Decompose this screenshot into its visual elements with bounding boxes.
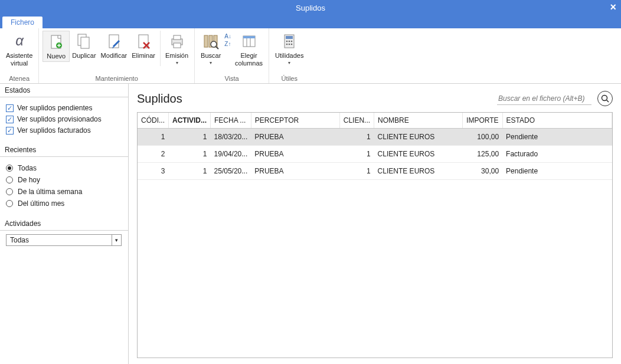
buscar-label: Buscar xyxy=(201,52,221,60)
tab-fichero[interactable]: Fichero xyxy=(2,17,43,28)
modificar-label: Modificar xyxy=(101,52,128,60)
assistant-label: Asistente virtual xyxy=(6,52,32,67)
radio-unchecked-icon xyxy=(6,200,13,207)
cell-codigo: 3 xyxy=(138,163,169,180)
svg-line-20 xyxy=(216,47,218,49)
checkbox-icon: ✓ xyxy=(6,104,14,112)
svg-rect-6 xyxy=(81,37,89,48)
table-header-row: CÓDI... ACTIVID... FECHA ... PERCEPTOR C… xyxy=(138,113,612,129)
nuevo-button[interactable]: Nuevo xyxy=(43,31,70,62)
check-facturados-label: Ver suplidos facturados xyxy=(17,126,91,135)
radio-semana[interactable]: De la última semana xyxy=(6,188,122,196)
svg-point-29 xyxy=(291,41,293,42)
emision-button[interactable]: Emisión ▾ xyxy=(163,31,191,67)
window-title: Suplidos xyxy=(296,4,325,12)
radio-semana-label: De la última semana xyxy=(18,188,82,196)
cell-fecha: 25/05/20... xyxy=(211,163,251,180)
cell-estado: Facturado xyxy=(502,146,612,163)
svg-point-28 xyxy=(289,41,290,42)
table-row[interactable]: 3 1 25/05/20... PRUEBA 1 CLIENTE EUROS 3… xyxy=(138,163,612,180)
svg-rect-15 xyxy=(174,43,181,48)
modificar-button[interactable]: Modificar xyxy=(99,31,130,61)
table-row[interactable]: 1 1 18/03/20... PRUEBA 1 CLIENTE EUROS 1… xyxy=(138,129,612,146)
col-codigo[interactable]: CÓDI... xyxy=(138,113,169,129)
svg-point-19 xyxy=(211,41,217,47)
svg-point-32 xyxy=(291,44,293,45)
radio-mes[interactable]: Del último mes xyxy=(6,199,122,208)
svg-rect-24 xyxy=(243,36,255,38)
col-actividad[interactable]: ACTIVID... xyxy=(169,113,211,129)
ribbon-group-atenea: α Asistente virtual Atenea xyxy=(0,28,39,83)
col-cliente[interactable]: CLIEN... xyxy=(339,113,374,129)
sidebar-header-actividades: Actividades xyxy=(0,217,128,231)
radio-unchecked-icon xyxy=(6,188,13,195)
duplicar-label: Duplicar xyxy=(72,52,96,60)
eliminar-button[interactable]: Eliminar xyxy=(129,31,158,61)
cell-actividad: 1 xyxy=(169,129,211,146)
content-panel: Suplidos CÓDI... ACTIVID... FECHA ... xyxy=(129,84,621,364)
main-area: Estados ✓Ver suplidos pendientes ✓Ver su… xyxy=(0,84,621,364)
table-row[interactable]: 2 1 19/04/20... PRUEBA 1 CLIENTE EUROS 1… xyxy=(138,146,612,163)
cell-actividad: 1 xyxy=(169,163,211,180)
column-search-icon xyxy=(201,32,220,51)
actividades-value: Todas xyxy=(6,235,112,245)
sort-asc-icon[interactable]: A↓ xyxy=(224,33,231,40)
radio-checked-icon xyxy=(6,165,13,172)
cell-importe: 100,00 xyxy=(463,129,502,146)
check-facturados[interactable]: ✓Ver suplidos facturados xyxy=(6,126,122,135)
col-perceptor[interactable]: PERCEPTOR xyxy=(251,113,339,129)
ribbon-group-utiles: Utilidades ▾ Útiles xyxy=(269,28,309,83)
cell-cliente: 1 xyxy=(339,129,374,146)
col-fecha[interactable]: FECHA ... xyxy=(211,113,251,129)
alpha-icon: α xyxy=(10,32,29,51)
sort-desc-icon[interactable]: Z↑ xyxy=(224,41,231,47)
radio-mes-label: Del último mes xyxy=(18,199,64,208)
col-nombre[interactable]: NOMBRE xyxy=(374,113,463,129)
emision-label: Emisión xyxy=(165,52,188,60)
col-importe[interactable]: IMPORTE xyxy=(463,113,502,129)
utilidades-button[interactable]: Utilidades ▾ xyxy=(273,31,306,67)
assistant-button[interactable]: α Asistente virtual xyxy=(4,31,35,68)
sidebar-header-recientes: Recientes xyxy=(0,143,128,157)
cell-actividad: 1 xyxy=(169,146,211,163)
search-input[interactable] xyxy=(497,93,591,105)
actividades-select[interactable]: Todas ▾ xyxy=(6,234,122,246)
check-provisionados-label: Ver suplidos provisionados xyxy=(17,115,102,123)
svg-point-30 xyxy=(286,44,288,45)
radio-todas[interactable]: Todas xyxy=(6,164,122,172)
check-provisionados[interactable]: ✓Ver suplidos provisionados xyxy=(6,115,122,123)
content-header: Suplidos xyxy=(137,91,613,106)
tab-strip: Fichero xyxy=(0,15,621,28)
title-bar: Suplidos × xyxy=(0,0,621,15)
search-area xyxy=(497,91,613,106)
cell-codigo: 2 xyxy=(138,146,169,163)
svg-point-33 xyxy=(602,96,607,101)
svg-text:α: α xyxy=(15,32,24,48)
check-pendientes[interactable]: ✓Ver suplidos pendientes xyxy=(6,104,122,112)
print-icon xyxy=(168,32,187,51)
radio-hoy[interactable]: De hoy xyxy=(6,176,122,184)
check-pendientes-label: Ver suplidos pendientes xyxy=(17,104,92,112)
chevron-down-icon[interactable]: ▾ xyxy=(112,235,121,245)
document-duplicate-icon xyxy=(74,32,93,51)
duplicar-button[interactable]: Duplicar xyxy=(70,31,98,61)
chevron-down-icon: ▾ xyxy=(176,60,178,65)
close-icon[interactable]: × xyxy=(610,1,616,14)
document-edit-icon xyxy=(104,32,123,51)
ribbon: α Asistente virtual Atenea Nuevo Duplica… xyxy=(0,28,621,84)
cell-estado: Pendiente xyxy=(502,129,612,146)
cell-fecha: 19/04/20... xyxy=(211,146,251,163)
buscar-button[interactable]: Buscar ▾ xyxy=(198,31,223,67)
col-estado[interactable]: ESTADO xyxy=(502,113,612,129)
sidebar: Estados ✓Ver suplidos pendientes ✓Ver su… xyxy=(0,84,129,364)
cell-nombre: CLIENTE EUROS xyxy=(374,129,463,146)
svg-rect-16 xyxy=(204,35,208,47)
elegir-label: Elegir columnas xyxy=(235,52,263,67)
elegir-columnas-button[interactable]: Elegir columnas xyxy=(233,31,265,68)
svg-point-31 xyxy=(289,44,290,45)
data-grid[interactable]: CÓDI... ACTIVID... FECHA ... PERCEPTOR C… xyxy=(137,112,613,358)
search-icon[interactable] xyxy=(597,91,613,106)
radio-todas-label: Todas xyxy=(18,164,37,172)
cell-perceptor: PRUEBA xyxy=(251,146,339,163)
radio-hoy-label: De hoy xyxy=(18,176,40,184)
